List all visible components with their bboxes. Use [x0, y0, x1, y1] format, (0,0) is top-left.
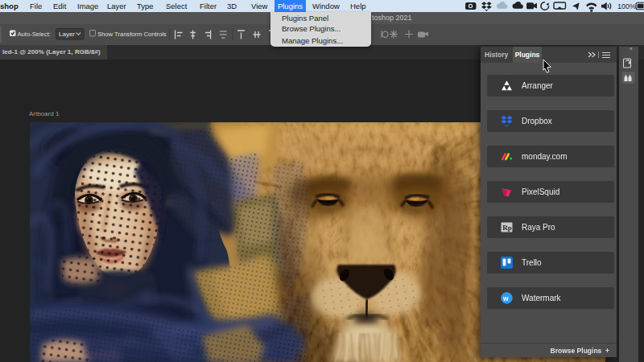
- svg-text:Layer: Layer: [59, 31, 75, 38]
- svg-text:Auto-Select:: Auto-Select:: [18, 31, 51, 38]
- svg-text:«: «: [630, 47, 633, 51]
- svg-text:100%: 100%: [617, 2, 636, 10]
- svg-text:Show Transform Controls: Show Transform Controls: [97, 31, 167, 38]
- svg-text:w: w: [502, 294, 509, 302]
- svg-text:Rp: Rp: [502, 224, 512, 232]
